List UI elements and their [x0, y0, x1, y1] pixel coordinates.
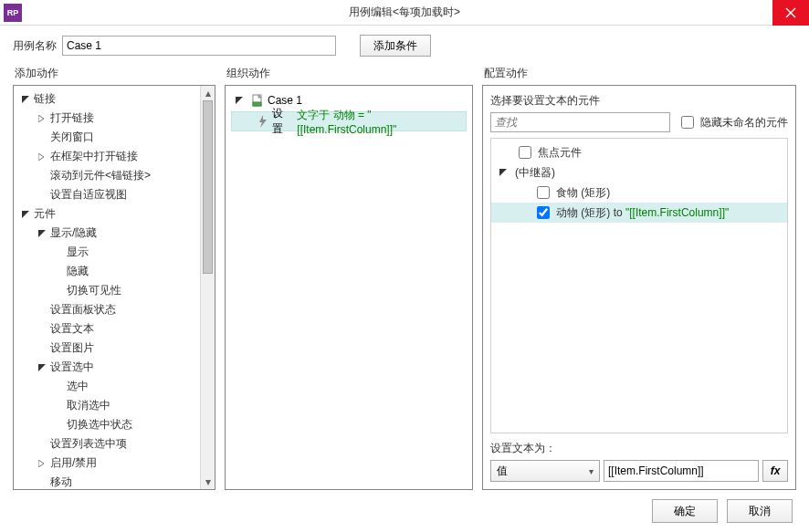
tree-label: 启用/禁用 [50, 455, 97, 471]
titlebar: RP 用例编辑<每项加载时> [0, 0, 809, 26]
animal-checkbox[interactable] [537, 206, 550, 219]
tree-label: 移动 [50, 475, 72, 489]
widget-row-food[interactable]: 食物 (矩形) [491, 183, 787, 203]
widget-label: 动物 (矩形) to "[[Item.FirstColumn]]" [556, 205, 729, 221]
tree-label: 显示 [67, 245, 89, 260]
svg-rect-3 [253, 102, 261, 106]
tree-item-open-in-frame[interactable]: 在框架中打开链接 [14, 147, 200, 166]
tree-label: 设置列表选中项 [50, 436, 127, 452]
scroll-thumb[interactable] [203, 100, 213, 274]
tree-item-scroll-to[interactable]: 滚动到元件<锚链接> [14, 166, 200, 185]
action-row[interactable]: 设置 文字于 动物 = "[[Item.FirstColumn]]" [231, 111, 467, 131]
tree-item-move[interactable]: 移动 [14, 473, 200, 489]
tree-item-hide[interactable]: 隐藏 [14, 262, 200, 281]
tree-label: 在框架中打开链接 [50, 149, 138, 164]
organize-action-panel: 组织动作 Case 1 设置 文字于 动物 = "[[Item.FirstCol… [225, 66, 473, 490]
widget-label: (中继器) [515, 165, 555, 181]
caret-down-icon [37, 229, 47, 238]
dialog-footer: 确定 取消 [13, 490, 796, 532]
tree-item-show[interactable]: 显示 [14, 243, 200, 262]
widget-tree[interactable]: 焦点元件 (中继器) 食物 (矩形) 动物 (矩形) to "[[It [490, 138, 788, 433]
tree-label: 元件 [34, 206, 56, 222]
caret-right-icon [37, 459, 47, 468]
value-type-select[interactable]: 值 ▾ [490, 460, 600, 482]
case-label: Case 1 [268, 94, 302, 107]
tree-label: 取消选中 [67, 398, 110, 413]
app-icon: RP [4, 4, 22, 22]
widget-label: 焦点元件 [538, 145, 582, 161]
focus-checkbox[interactable] [519, 146, 531, 159]
tree-label: 关闭窗口 [50, 130, 94, 145]
widget-label: 食物 (矩形) [556, 185, 610, 201]
chevron-down-icon: ▾ [589, 466, 594, 476]
widget-label-pre: 动物 (矩形) to [556, 206, 625, 219]
add-action-panel: 添加动作 链接 打开链接 关闭窗口 在框架中打开链接 滚动到元件<锚链接> 设置… [13, 66, 215, 490]
tree-item-close-window[interactable]: 关闭窗口 [14, 128, 200, 147]
tree-label: 链接 [34, 91, 56, 107]
widget-row-repeater[interactable]: (中继器) [491, 162, 787, 183]
fx-button[interactable]: fx [762, 460, 788, 482]
tree-group-link[interactable]: 链接 [14, 89, 200, 109]
widget-row-focus[interactable]: 焦点元件 [491, 142, 787, 162]
add-condition-button[interactable]: 添加条件 [360, 35, 431, 57]
page-icon [251, 94, 264, 107]
select-widget-header: 选择要设置文本的元件 [490, 93, 788, 109]
close-button[interactable] [772, 0, 809, 26]
action-tree[interactable]: 链接 打开链接 关闭窗口 在框架中打开链接 滚动到元件<锚链接> 设置自适应视图… [14, 89, 200, 489]
tree-item-toggle-selected[interactable]: 切换选中状态 [14, 415, 200, 434]
tree-label: 设置文本 [50, 321, 94, 337]
tree-item-toggle-vis[interactable]: 切换可见性 [14, 281, 200, 300]
tree-item-unselect[interactable]: 取消选中 [14, 396, 200, 415]
tree-label: 设置面板状态 [50, 302, 116, 318]
window-title: 用例编辑<每项加载时> [0, 5, 809, 20]
tree-label: 设置图片 [50, 340, 94, 356]
configure-action-title: 配置动作 [482, 66, 796, 81]
hide-unnamed-checkbox[interactable] [681, 116, 694, 129]
configure-action-panel: 配置动作 选择要设置文本的元件 隐藏未命名的元件 [482, 66, 796, 490]
tree-item-set-image[interactable]: 设置图片 [14, 339, 200, 358]
tree-group-widget[interactable]: 元件 [14, 204, 200, 224]
hide-unnamed-label[interactable]: 隐藏未命名的元件 [678, 113, 788, 131]
scroll-track[interactable] [201, 100, 215, 475]
tree-label: 切换选中状态 [67, 417, 132, 433]
caret-right-icon [37, 114, 47, 123]
hide-unnamed-text: 隐藏未命名的元件 [700, 115, 788, 130]
scroll-up-icon[interactable]: ▴ [201, 86, 215, 100]
caret-right-icon [37, 152, 47, 162]
caret-down-icon [21, 210, 30, 219]
tree-item-open-link[interactable]: 打开链接 [14, 109, 200, 128]
select-value-label: 值 [497, 464, 508, 479]
name-row: 用例名称 添加条件 [13, 35, 796, 57]
widget-label-value: "[[Item.FirstColumn]]" [625, 206, 729, 219]
tree-label: 显示/隐藏 [50, 225, 97, 241]
food-checkbox[interactable] [537, 186, 550, 199]
value-input[interactable] [604, 460, 759, 482]
scroll-down-icon[interactable]: ▾ [201, 475, 215, 489]
search-input[interactable] [490, 112, 670, 132]
tree-label: 选中 [67, 379, 89, 394]
caret-down-icon [21, 95, 30, 104]
cancel-button[interactable]: 取消 [727, 499, 793, 523]
tree-item-enable-disable[interactable]: 启用/禁用 [14, 454, 200, 473]
tree-item-set-text[interactable]: 设置文本 [14, 319, 200, 339]
case-name-input[interactable] [62, 36, 336, 56]
tree-item-set-panel-state[interactable]: 设置面板状态 [14, 300, 200, 319]
tree-item-selected[interactable]: 选中 [14, 377, 200, 396]
tree-label: 设置选中 [50, 360, 94, 375]
tree-item-set-adaptive[interactable]: 设置自适应视图 [14, 185, 200, 204]
widget-row-animal[interactable]: 动物 (矩形) to "[[Item.FirstColumn]]" [491, 203, 787, 223]
caret-down-icon [37, 363, 47, 372]
tree-item-set-list-item[interactable]: 设置列表选中项 [14, 434, 200, 454]
bolt-icon [257, 115, 268, 128]
add-action-title: 添加动作 [13, 66, 215, 81]
scrollbar[interactable]: ▴ ▾ [200, 86, 215, 489]
tree-label: 切换可见性 [67, 283, 121, 298]
action-text-prefix: 设置 [272, 106, 293, 137]
tree-group-set-selected[interactable]: 设置选中 [14, 358, 200, 377]
ok-button[interactable]: 确定 [652, 499, 718, 523]
tree-label: 设置自适应视图 [50, 187, 127, 203]
tree-group-show-hide[interactable]: 显示/隐藏 [14, 224, 200, 243]
tree-label: 隐藏 [67, 264, 89, 279]
organize-action-title: 组织动作 [225, 66, 473, 81]
caret-down-icon [235, 96, 244, 105]
